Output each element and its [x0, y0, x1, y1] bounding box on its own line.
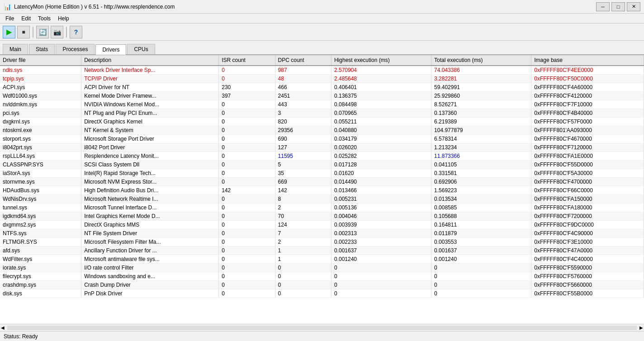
table-cell: 0xFFFFF80C'F5A30000	[531, 169, 644, 178]
table-cell: 0	[219, 66, 275, 75]
col-image-base[interactable]: Image base	[531, 55, 644, 66]
table-row[interactable]: tunnel.sysMicrosoft Tunnel Interface D..…	[0, 204, 644, 212]
table-row[interactable]: tcpip.sysTCP/IP Driver0482.4856483.28228…	[0, 75, 644, 83]
col-description[interactable]: Description	[81, 55, 219, 66]
table-cell: tcpip.sys	[0, 75, 81, 83]
menu-file[interactable]: File	[2, 14, 18, 23]
table-cell: 127	[275, 143, 331, 152]
table-row[interactable]: CLASSPNP.SYSSCSI Class System Dll050.017…	[0, 161, 644, 169]
table-cell: 0.137360	[431, 109, 531, 118]
table-cell: Windows sandboxing and e...	[81, 272, 219, 281]
table-cell: 0	[275, 264, 331, 272]
table-row[interactable]: afd.sysAncillary Function Driver for ...…	[0, 246, 644, 255]
table-cell: 0.692906	[431, 178, 531, 186]
table-cell: 1	[275, 246, 331, 255]
table-cell: 0xFFFFF80C'FA180000	[531, 204, 644, 212]
col-total-exec[interactable]: Total execution (ms)	[431, 55, 531, 66]
table-row[interactable]: ACPI.sysACPI Driver for NT2304660.406401…	[0, 83, 644, 92]
table-cell: tunnel.sys	[0, 204, 81, 212]
table-row[interactable]: dxgmms2.sysDirectX Graphics MMS01240.003…	[0, 221, 644, 229]
table-row[interactable]: HDAudBus.sysHigh Definition Audio Bus Dr…	[0, 186, 644, 195]
table-cell: 397	[219, 92, 275, 100]
close-button[interactable]: ✕	[627, 2, 640, 11]
tab-cpus[interactable]: CPUs	[127, 44, 155, 54]
table-cell: 0	[219, 118, 275, 126]
table-row[interactable]: iaStorA.sysIntel(R) Rapid Storage Tech..…	[0, 169, 644, 178]
table-cell: 0	[219, 204, 275, 212]
table-row[interactable]: igdkmd64.sysIntel Graphics Kernel Mode D…	[0, 212, 644, 221]
table-cell: 669	[275, 178, 331, 186]
table-cell: 0.001637	[431, 246, 531, 255]
table-row[interactable]: disk.sysPnP Disk Driver00000xFFFFF80C'F5…	[0, 289, 644, 298]
table-cell: 0.406401	[331, 83, 431, 92]
scroll-right-button[interactable]: ▶	[639, 325, 644, 330]
table-cell: Network Driver Interface Sp...	[81, 66, 219, 75]
play-button[interactable]: ▶	[3, 26, 15, 38]
table-cell: Resplendence Latency Monit...	[81, 152, 219, 161]
table-container[interactable]: Driver file Description ISR count DPC co…	[0, 55, 644, 324]
minimize-button[interactable]: ─	[596, 2, 610, 11]
table-row[interactable]: dxgkrnl.sysDirectX Graphics Kernel08200.…	[0, 118, 644, 126]
table-cell: ndis.sys	[0, 66, 81, 75]
table-row[interactable]: stornvme.sysMicrosoft NVM Express Stor..…	[0, 178, 644, 186]
stop-button[interactable]: ■	[17, 26, 30, 38]
menu-edit[interactable]: Edit	[18, 14, 34, 23]
screenshot-button[interactable]: 📷	[51, 26, 63, 38]
horizontal-scrollbar[interactable]: ◀ ▶	[0, 324, 644, 331]
menu-help[interactable]: Help	[54, 14, 73, 23]
col-highest-exec[interactable]: Highest execution (ms)	[331, 55, 431, 66]
table-row[interactable]: filecrypt.sysWindows sandboxing and e...…	[0, 272, 644, 281]
tab-processes[interactable]: Processes	[56, 44, 95, 54]
table-cell: Crash Dump Driver	[81, 281, 219, 289]
table-cell: 0.008585	[431, 204, 531, 212]
menu-tools[interactable]: Tools	[34, 14, 54, 23]
table-row[interactable]: iorate.sysI/O rate control Filter00000xF…	[0, 264, 644, 272]
refresh-button[interactable]: 🔄	[36, 26, 49, 38]
table-row[interactable]: nvlddmkm.sysNVIDIA Windows Kernel Mod...…	[0, 100, 644, 109]
table-cell: 0xFFFFF80C'F4B40000	[531, 109, 644, 118]
col-isr-count[interactable]: ISR count	[219, 55, 275, 66]
col-driver-file[interactable]: Driver file	[0, 55, 81, 66]
table-row[interactable]: FLTMGR.SYSMicrosoft Filesystem Filter Ma…	[0, 238, 644, 246]
table-cell: 0xFFFFF80C'F7F10000	[531, 100, 644, 109]
tab-stats[interactable]: Stats	[29, 44, 55, 54]
table-row[interactable]: NTFS.sysNT File System Driver070.0023130…	[0, 229, 644, 238]
status-text: Status: Ready	[4, 333, 38, 340]
table-row[interactable]: rspLLL64.sysResplendence Latency Monit..…	[0, 152, 644, 161]
table-cell: 0	[219, 246, 275, 255]
table-cell: pci.sys	[0, 109, 81, 118]
table-cell: 0xFFFFF80C'F57F0000	[531, 118, 644, 126]
help-button[interactable]: ?	[70, 26, 82, 38]
scroll-left-button[interactable]: ◀	[0, 325, 5, 330]
table-row[interactable]: WdNisDrv.sysMicrosoft Network Realtime I…	[0, 195, 644, 204]
table-cell: 0.105688	[431, 212, 531, 221]
maximize-button[interactable]: □	[611, 2, 625, 11]
table-row[interactable]: ndis.sysNetwork Driver Interface Sp...09…	[0, 66, 644, 75]
table-row[interactable]: crashdmp.sysCrash Dump Driver00000xFFFFF…	[0, 281, 644, 289]
titlebar-content: 📊 LatencyMon (Home Edition ) v 6.51 - ht…	[4, 3, 175, 10]
table-cell: 0.331581	[431, 169, 531, 178]
table-cell: i8042prt.sys	[0, 143, 81, 152]
table-cell: 0	[219, 143, 275, 152]
table-row[interactable]: pci.sysNT Plug and Play PCI Enum...030.0…	[0, 109, 644, 118]
window-controls[interactable]: ─ □ ✕	[596, 2, 640, 11]
table-cell: 8.526271	[431, 100, 531, 109]
tab-drivers[interactable]: Drivers	[95, 44, 126, 55]
table-cell: NVIDIA Windows Kernel Mod...	[81, 100, 219, 109]
table-row[interactable]: storport.sysMicrosoft Storage Port Drive…	[0, 135, 644, 143]
drivers-table: Driver file Description ISR count DPC co…	[0, 55, 644, 298]
table-cell: 690	[275, 135, 331, 143]
table-row[interactable]: i8042prt.sysi8042 Port Driver01270.02602…	[0, 143, 644, 152]
col-dpc-count[interactable]: DPC count	[275, 55, 331, 66]
scroll-track[interactable]	[7, 326, 637, 330]
table-cell: 0	[331, 264, 431, 272]
table-row[interactable]: ntoskrnl.exeNT Kernel & System0293560.04…	[0, 126, 644, 135]
tab-main[interactable]: Main	[3, 44, 28, 54]
table-cell: 2.570904	[331, 66, 431, 75]
table-row[interactable]: WdFilter.sysMicrosoft antimalware file s…	[0, 255, 644, 264]
table-cell: 3	[275, 109, 331, 118]
table-cell: 25.929860	[431, 92, 531, 100]
table-row[interactable]: Wdf01000.sysKernel Mode Driver Framew...…	[0, 92, 644, 100]
table-cell: 0.003939	[331, 221, 431, 229]
table-cell: 987	[275, 66, 331, 75]
